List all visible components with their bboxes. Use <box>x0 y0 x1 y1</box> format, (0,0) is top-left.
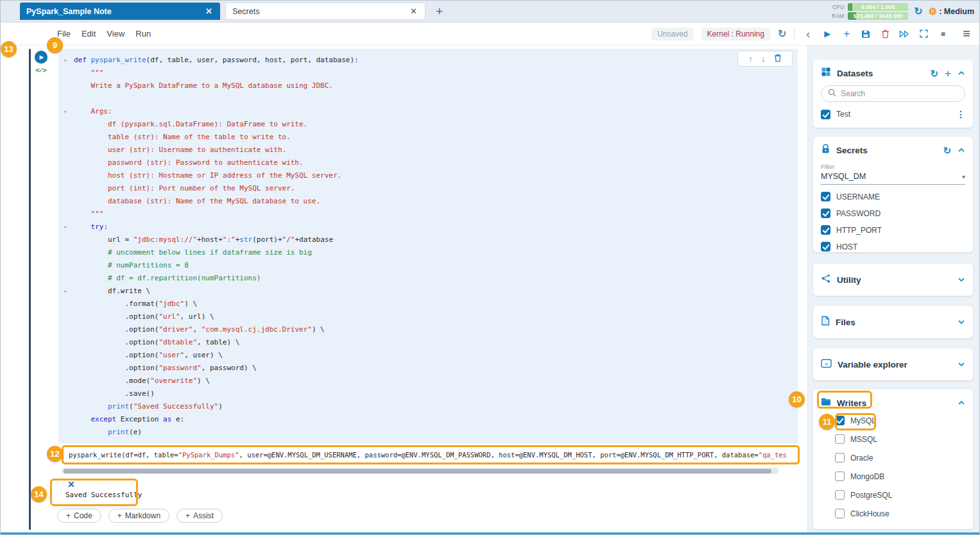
files-title: Files <box>836 318 958 327</box>
scrollbar-thumb[interactable] <box>64 469 771 473</box>
lock-icon <box>821 144 830 157</box>
restart-kernel-icon[interactable]: ↻ <box>778 29 786 39</box>
add-assist-button[interactable]: +Assist <box>176 509 223 523</box>
horizontal-scrollbar <box>62 468 778 474</box>
save-notebook-icon[interactable] <box>860 30 872 38</box>
selected-cell-rail <box>29 49 31 530</box>
ram-meter: 571.450 / 5048.000 <box>848 12 908 20</box>
secret-row: PASSWORD <box>821 208 965 218</box>
delete-cell-icon[interactable] <box>879 30 891 38</box>
files-panel[interactable]: Files <box>813 306 973 338</box>
size-label: : Medium <box>939 7 974 16</box>
secret-username-checkbox[interactable] <box>821 192 830 201</box>
chevron-down-icon[interactable] <box>958 277 965 282</box>
new-tab-button[interactable]: + <box>436 4 443 19</box>
annotation-marker-12: 12 <box>47 446 63 462</box>
add-cell-icon[interactable]: + <box>841 28 852 39</box>
variable-explorer-panel[interactable]: ∞ Variable explorer <box>813 348 973 380</box>
move-cell-down-icon[interactable]: ↓ <box>761 54 766 64</box>
secrets-filter-select[interactable]: Filter MYSQL_DM ▾ <box>821 163 965 185</box>
file-icon <box>821 316 830 328</box>
chevron-down-icon: ▾ <box>962 173 965 180</box>
environment-size-selector[interactable]: ⚙ : Medium <box>929 6 974 17</box>
move-cell-up-icon[interactable]: ↑ <box>749 54 753 64</box>
annotation-marker-9: 9 <box>47 37 63 53</box>
close-icon[interactable]: ✕ <box>409 6 418 16</box>
dataset-label: Test <box>836 110 956 119</box>
writer-postgresql-checkbox[interactable] <box>835 490 845 500</box>
refresh-resources-icon[interactable]: ↻ <box>914 6 922 17</box>
chevron-up-icon[interactable] <box>958 71 965 76</box>
cell-success-icon: <✓> <box>35 66 46 74</box>
delete-cell-icon[interactable] <box>774 53 782 65</box>
collapse-toolbar-icon[interactable]: ‹ <box>802 28 814 40</box>
secret-row: HTTP_PORT <box>821 225 965 235</box>
writer-mongodb-checkbox[interactable] <box>835 471 845 481</box>
divider <box>794 28 795 40</box>
add-dataset-icon[interactable]: + <box>945 68 951 79</box>
writer-row-clickhouse: ClickHouse <box>821 504 965 523</box>
kebab-menu-icon[interactable]: ⋮ <box>956 109 965 119</box>
resource-meters: CPU: 0.004 / 1.000 RAM: 571.450 / 5048.0… <box>829 3 979 20</box>
writer-mysql-checkbox[interactable] <box>835 416 845 425</box>
call-code: pyspark_write(df=df, table="PySpark_Dump… <box>69 451 787 459</box>
datasets-icon <box>821 67 831 80</box>
stop-kernel-icon[interactable]: ■ <box>937 30 949 38</box>
fullscreen-icon[interactable] <box>918 30 929 38</box>
add-cell-row: +Code +Markdown +Assist <box>57 509 223 523</box>
refresh-secrets-icon[interactable]: ↻ <box>943 146 951 155</box>
call-cell[interactable]: pyspark_write(df=df, table="PySpark_Dump… <box>62 445 800 464</box>
secret-http-port-checkbox[interactable] <box>821 225 830 235</box>
writer-mssql-checkbox[interactable] <box>835 434 845 444</box>
annotation-marker-14: 14 <box>31 486 47 502</box>
right-sidebar: Datasets ↻ + Test ⋮ <box>807 46 979 534</box>
chevron-down-icon[interactable] <box>958 362 965 367</box>
code-cell[interactable]: ▾def pyspark_write(df, table, user, pass… <box>58 49 798 444</box>
add-markdown-button[interactable]: +Markdown <box>108 509 169 523</box>
annotation-marker-10: 10 <box>789 391 805 407</box>
secret-host-checkbox[interactable] <box>821 242 830 251</box>
hamburger-menu-icon[interactable]: ≡ <box>963 26 970 41</box>
menu-run[interactable]: Run <box>135 29 151 38</box>
tab-label: Secrets <box>232 7 259 16</box>
tab-secrets[interactable]: Secrets ✕ <box>225 3 426 20</box>
menu-edit[interactable]: Edit <box>82 29 96 38</box>
utility-panel[interactable]: Utility <box>813 264 973 296</box>
unsaved-badge: Unsaved <box>651 28 693 40</box>
run-cell-icon[interactable]: ▶ <box>821 30 833 38</box>
writer-oracle-checkbox[interactable] <box>835 453 845 463</box>
variable-explorer-title: Variable explorer <box>838 360 958 369</box>
menu-file[interactable]: File <box>57 29 71 38</box>
gear-icon: ⚙ <box>929 6 937 17</box>
chevron-up-icon[interactable] <box>958 148 965 153</box>
run-all-icon[interactable] <box>898 30 910 38</box>
add-code-button[interactable]: +Code <box>57 509 101 523</box>
writer-row-mongodb: MongoDB <box>821 467 965 486</box>
cell-output-text: Saved Successfully <box>65 491 142 499</box>
cell-toolbar: ↑ ↓ <box>737 51 793 67</box>
writer-clickhouse-checkbox[interactable] <box>835 509 845 518</box>
filter-label: Filter <box>821 163 965 170</box>
tab-pyspark-note[interactable]: PySpark_Sample Note ✕ <box>20 3 220 20</box>
writers-panel: Writers MySQL MSSQL Oracle MongoD <box>813 389 973 529</box>
cpu-meter: 0.004 / 1.000 <box>848 3 908 11</box>
close-icon[interactable]: ✕ <box>204 6 214 16</box>
code-lines: ▾def pyspark_write(df, table, user, pass… <box>64 54 793 439</box>
clear-output-icon[interactable]: ✕ <box>67 480 75 489</box>
chevron-down-icon[interactable] <box>958 319 965 325</box>
secret-row: HOST <box>821 242 965 251</box>
run-cell-button[interactable]: ▶ <box>35 51 47 64</box>
dataset-row-test: Test ⋮ <box>821 109 965 119</box>
menu-view[interactable]: View <box>107 29 125 38</box>
writer-row-mysql: MySQL <box>821 411 965 430</box>
search-icon <box>828 88 836 99</box>
annotation-marker-13: 13 <box>1 41 17 57</box>
datasets-search[interactable] <box>821 85 965 102</box>
dataset-test-checkbox[interactable] <box>821 110 830 119</box>
secret-password-checkbox[interactable] <box>821 208 830 218</box>
plus-icon: + <box>185 511 190 520</box>
secrets-title: Secrets <box>836 146 943 155</box>
refresh-datasets-icon[interactable]: ↻ <box>930 69 938 78</box>
chevron-up-icon[interactable] <box>958 400 965 405</box>
search-input[interactable] <box>841 89 950 98</box>
